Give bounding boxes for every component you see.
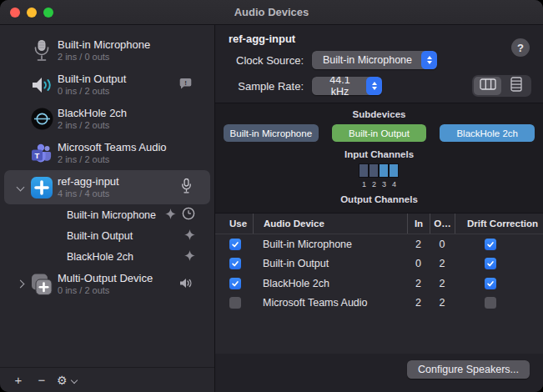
- subdevice-name: Built-in Microphone: [67, 209, 156, 221]
- table-cell-device: Built-in Output: [253, 254, 407, 274]
- device-detail: 2 ins / 2 outs: [58, 120, 127, 132]
- popup-stepper-icon: [421, 51, 437, 69]
- configure-speakers-button[interactable]: Configure Speakers...: [407, 360, 530, 379]
- svg-text:T: T: [35, 151, 40, 160]
- subdevice-pill-built-in-output[interactable]: Built-in Output: [332, 124, 427, 142]
- table-cell-out: 2: [430, 294, 455, 314]
- sample-rate-popup[interactable]: 44.1 kHz: [312, 77, 382, 95]
- sidebar-item-ref-agg-input[interactable]: ref-agg-input 4 ins / 4 outs: [4, 170, 210, 204]
- device-detail: 2 ins / 0 outs: [58, 52, 150, 63]
- input-channels-heading: Input Channels: [215, 149, 543, 159]
- table-row[interactable]: BlackHole 2ch 2 2: [215, 274, 543, 294]
- channel-number: 3: [380, 180, 390, 188]
- drift-checkbox[interactable]: [485, 239, 496, 250]
- sidebar-item-built-in-microphone[interactable]: Built-in Microphone 2 ins / 0 outs: [4, 33, 210, 68]
- device-sidebar: Built-in Microphone 2 ins / 0 outs Built…: [0, 25, 215, 392]
- subdevice-name: BlackHole 2ch: [67, 251, 133, 263]
- clock-source-row: Clock Source: Built-in Microphone: [227, 51, 531, 69]
- drift-checkbox[interactable]: [485, 297, 496, 309]
- device-detail: 2 ins / 2 outs: [58, 154, 167, 166]
- subdevice-pill-blackhole-2ch[interactable]: BlackHole 2ch: [440, 124, 535, 142]
- gear-icon: ⚙: [57, 374, 68, 387]
- columns-view-icon: [480, 78, 496, 93]
- panel-footer: Configure Speakers...: [215, 354, 543, 392]
- sidebar-item-blackhole-2ch[interactable]: BlackHole 2ch 2 ins / 2 outs: [4, 102, 210, 136]
- add-device-button[interactable]: +: [8, 373, 28, 387]
- page-title: ref-agg-input: [229, 33, 531, 45]
- table-cell-device: Built-in Microphone: [253, 234, 407, 254]
- clock-source-popup[interactable]: Built-in Microphone: [312, 51, 437, 69]
- actions-menu-button[interactable]: ⚙: [57, 374, 77, 387]
- table-row[interactable]: Microsoft Teams Audio 2 2: [215, 294, 543, 314]
- use-checkbox[interactable]: [229, 239, 241, 250]
- alert-bubble-icon: !: [179, 78, 192, 93]
- table-header: Use Audio Device In O… Drift Correction: [215, 214, 543, 234]
- audio-devices-window: Audio Devices: [0, 0, 543, 392]
- rows-view-button[interactable]: [502, 77, 530, 95]
- table-row[interactable]: Built-in Microphone 2 0: [215, 234, 543, 254]
- subdevice-name: Built-in Output: [67, 230, 133, 242]
- device-list: Built-in Microphone 2 ins / 0 outs Built…: [0, 25, 214, 367]
- sample-rate-value: 44.1 kHz: [312, 77, 366, 95]
- sparkle-icon: [184, 229, 195, 244]
- device-detail: 4 ins / 4 outs: [58, 188, 119, 200]
- multi-output-icon: [30, 273, 53, 296]
- use-checkbox[interactable]: [229, 258, 241, 269]
- device-name: Microsoft Teams Audio: [58, 141, 167, 154]
- subdevice-pill-built-in-microphone[interactable]: Built-in Microphone: [224, 124, 319, 142]
- drift-checkbox[interactable]: [485, 278, 496, 289]
- sidebar-item-microsoft-teams-audio[interactable]: T Microsoft Teams Audio 2 ins / 2 outs: [4, 136, 210, 170]
- device-header-section: ref-agg-input ? Clock Source: Built-in M…: [215, 25, 543, 103]
- chevron-right-icon[interactable]: [17, 280, 25, 289]
- teams-icon: T: [30, 142, 53, 165]
- device-detail: 0 ins / 2 outs: [58, 86, 126, 98]
- channel-4: 4: [390, 163, 400, 188]
- column-header-in[interactable]: In: [407, 214, 430, 234]
- device-name: Multi-Output Device: [58, 272, 153, 285]
- sidebar-subitem-built-in-microphone[interactable]: Built-in Microphone: [4, 204, 210, 225]
- speaker-output-icon: [179, 277, 192, 292]
- microphone-icon: [30, 39, 53, 63]
- chevron-down-icon[interactable]: [17, 183, 25, 192]
- channels-section: Subdevices Built-in Microphone Built-in …: [215, 103, 543, 214]
- sidebar-subitem-built-in-output[interactable]: Built-in Output: [4, 225, 210, 246]
- column-header-use[interactable]: Use: [215, 214, 253, 234]
- clock-source-value: Built-in Microphone: [312, 54, 421, 66]
- table-row[interactable]: Built-in Output 0 2: [215, 254, 543, 274]
- table-cell-device: BlackHole 2ch: [253, 274, 407, 294]
- chevron-down-icon: [70, 376, 77, 383]
- window-title: Audio Devices: [0, 6, 543, 18]
- help-button[interactable]: ?: [511, 38, 530, 57]
- remove-device-button[interactable]: −: [32, 373, 52, 387]
- table-cell-out: 2: [430, 254, 455, 274]
- clock-source-label: Clock Source:: [227, 54, 304, 67]
- use-checkbox[interactable]: [229, 297, 241, 309]
- device-name: Built-in Microphone: [58, 38, 150, 52]
- use-checkbox[interactable]: [229, 278, 241, 289]
- table-cell-out: 2: [430, 274, 455, 294]
- device-name: BlackHole 2ch: [58, 107, 127, 120]
- column-header-out[interactable]: O…: [430, 214, 455, 234]
- table-cell-in: 2: [407, 274, 430, 294]
- device-name: Built-in Output: [58, 73, 126, 86]
- microphone-input-icon: [181, 178, 192, 197]
- channel-number: 1: [359, 180, 370, 188]
- input-channel-meter: 1 2 3 4: [215, 163, 543, 188]
- sidebar-item-multi-output-device[interactable]: Multi-Output Device 0 ins / 2 outs: [4, 267, 210, 301]
- column-header-drift-correction[interactable]: Drift Correction: [455, 214, 543, 234]
- rows-view-icon: [510, 77, 522, 95]
- speaker-icon: [30, 73, 53, 97]
- table-cell-device: Microsoft Teams Audio: [253, 294, 407, 314]
- column-header-audio-device[interactable]: Audio Device: [253, 214, 407, 234]
- aggregate-device-icon: [30, 176, 53, 199]
- columns-view-button[interactable]: [474, 77, 501, 95]
- table-cell-in: 0: [407, 254, 430, 274]
- device-detail-panel: ref-agg-input ? Clock Source: Built-in M…: [215, 25, 543, 392]
- sparkle-icon: [165, 208, 176, 223]
- sidebar-subitem-blackhole-2ch[interactable]: BlackHole 2ch: [4, 246, 210, 267]
- sidebar-item-built-in-output[interactable]: Built-in Output 0 ins / 2 outs !: [4, 68, 210, 102]
- subdevice-table-section: Use Audio Device In O… Drift Correction …: [215, 214, 543, 354]
- drift-checkbox[interactable]: [485, 258, 496, 269]
- channel-number: 4: [390, 180, 400, 188]
- channel-number: 2: [370, 180, 380, 188]
